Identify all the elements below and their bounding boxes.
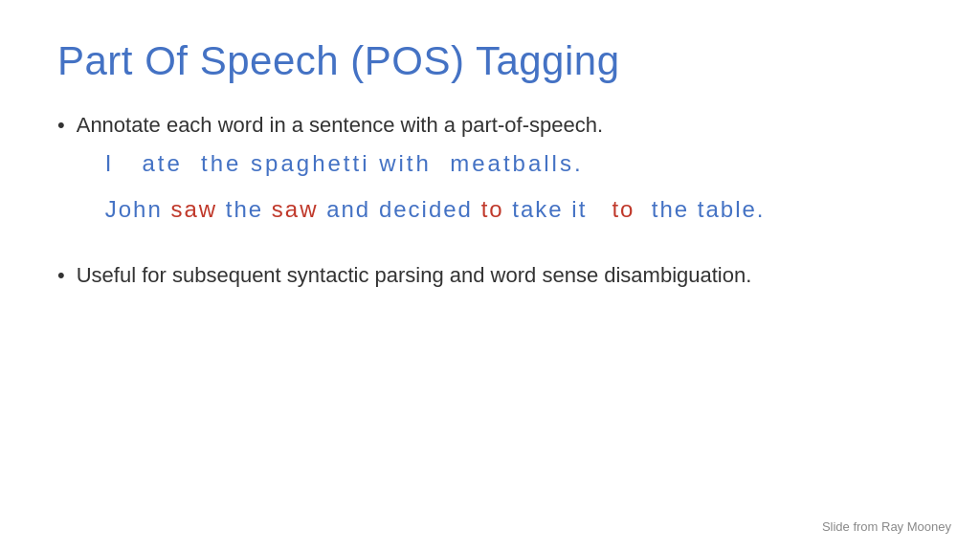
word-take: take (512, 196, 571, 222)
word-saw-1: saw (170, 196, 225, 222)
slide-container: Part Of Speech (POS) Tagging • Annotate … (0, 0, 980, 551)
word-the-1: the (201, 150, 251, 176)
bullet-text-1: Annotate each word in a sentence with a … (77, 113, 603, 137)
word-john: John (105, 196, 171, 222)
bullet-dot-2: • (57, 263, 65, 288)
word-the-3: the (643, 196, 698, 222)
word-meatballs: meatballs. (450, 150, 583, 176)
example-section: I ate the spaghetti with meatballs. John… (105, 150, 766, 223)
word-to-1: to (481, 196, 513, 222)
word-it: it (571, 196, 612, 222)
word-and: and (326, 196, 379, 222)
word-spaghetti: spaghetti (251, 150, 379, 176)
word-ate: ate (142, 150, 201, 176)
word-saw-2: saw (272, 196, 326, 222)
word-table: table. (698, 196, 766, 222)
word-with: with (379, 150, 450, 176)
bullet-item-1: • Annotate each word in a sentence with … (57, 111, 923, 232)
bullet-item-2: • Useful for subsequent syntactic parsin… (57, 261, 923, 291)
bullet-text-2: Useful for subsequent syntactic parsing … (77, 261, 752, 291)
slide-title: Part Of Speech (POS) Tagging (57, 38, 923, 84)
word-the-2: the (226, 196, 272, 222)
sentence-1: I ate the spaghetti with meatballs. (105, 150, 766, 177)
bullet-dot-1: • (57, 113, 65, 138)
word-decided: decided (379, 196, 481, 222)
word-to-2: to (612, 196, 643, 222)
bullet-list: • Annotate each word in a sentence with … (57, 111, 923, 291)
word-I: I (105, 150, 143, 176)
sentence-2: John saw the saw and decided to take it … (105, 196, 766, 223)
attribution: Slide from Ray Mooney (822, 519, 951, 534)
